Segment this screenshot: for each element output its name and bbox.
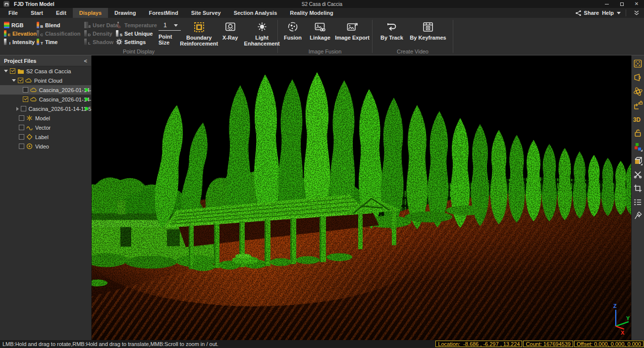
linkage-icon: [314, 21, 326, 34]
temperature-button[interactable]: Temperature: [116, 21, 159, 29]
shadow-icon: [84, 39, 91, 45]
tab-drawing[interactable]: Drawing: [108, 8, 142, 18]
checkbox-checked[interactable]: [18, 78, 23, 83]
tree-item-video[interactable]: Video: [0, 142, 91, 151]
bounding-box-button[interactable]: [633, 155, 644, 166]
bounding-box-icon: [633, 156, 643, 166]
checkbox-checked[interactable]: [10, 68, 15, 74]
light-enhancement-icon: [256, 21, 268, 34]
tree-item-model[interactable]: Model: [0, 113, 91, 123]
checkbox-unchecked[interactable]: [23, 87, 28, 93]
tab-edit[interactable]: Edit: [50, 8, 73, 18]
tab-site-survey[interactable]: Site Survey: [185, 8, 227, 18]
ribbon-toolbar: RGB Elevation Intensity Blend Classifica…: [0, 18, 644, 55]
layer-list-icon: [633, 198, 643, 207]
user-data-button[interactable]: User Data: [84, 21, 114, 29]
tree-item-vector[interactable]: Vector: [0, 123, 91, 132]
tree-item-scan-file-1[interactable]: Cascina_2026-01-14-1...: [0, 85, 91, 95]
help-dropdown-icon[interactable]: [617, 12, 621, 14]
tab-reality-modeling[interactable]: Reality Modeling: [283, 8, 339, 18]
unlock-button[interactable]: [633, 128, 644, 138]
axis-label-y: Y: [626, 315, 630, 321]
tab-file[interactable]: File: [2, 8, 24, 18]
ribbon-group-create-video: By Track By Keyframes Create Video: [373, 18, 453, 55]
set-unique-button[interactable]: Set Unique: [116, 29, 159, 38]
shadow-button[interactable]: Shadow: [84, 38, 114, 46]
orbit-button[interactable]: [633, 86, 644, 97]
axis-label-z: Z: [613, 303, 617, 309]
panel-title: Project Files: [4, 58, 36, 64]
temperature-icon: [116, 22, 122, 28]
tab-forestmind[interactable]: ForestMind: [142, 8, 184, 18]
expander-icon[interactable]: [16, 107, 19, 111]
viewport-3d[interactable]: Z Y X: [92, 55, 631, 340]
crop-button[interactable]: [633, 183, 644, 194]
user-data-icon: [84, 22, 91, 28]
set-unique-icon: [116, 30, 122, 37]
gear-icon: [116, 39, 122, 45]
view-mode-icon: [633, 73, 643, 82]
status-dot: [85, 88, 88, 92]
tree-item-label[interactable]: Label: [0, 132, 91, 142]
elevation-icon: [4, 30, 10, 37]
expander-icon[interactable]: [4, 70, 8, 72]
fit-view-button[interactable]: [633, 58, 644, 69]
tab-start[interactable]: Start: [24, 8, 50, 18]
pin-icon: [633, 211, 643, 221]
density-icon: [84, 30, 91, 37]
group-label-point-display: Point Display: [0, 49, 277, 54]
intensity-button[interactable]: Intensity: [4, 38, 35, 46]
density-button[interactable]: Density: [84, 29, 114, 38]
rgb-icon: [4, 22, 9, 28]
time-button[interactable]: Time: [37, 38, 82, 46]
point-cloud-icon: [30, 87, 38, 93]
checkbox-unchecked[interactable]: [19, 125, 24, 130]
checkbox-checked[interactable]: [23, 97, 28, 102]
view-toolbar: z 3D: [631, 55, 644, 340]
view-mode-button[interactable]: [633, 72, 644, 83]
maximize-button[interactable]: [614, 0, 629, 8]
classification-button[interactable]: Classification: [37, 29, 82, 38]
by-keyframes-icon: [422, 21, 434, 34]
tree-item-scan-file-3[interactable]: Cascina_2026-01-14-11-5...: [0, 104, 91, 113]
point-size-dropdown[interactable]: 1: [159, 22, 181, 31]
vector-icon: [26, 124, 34, 131]
model-icon: [26, 115, 34, 121]
blend-button[interactable]: Blend: [37, 21, 82, 29]
checkbox-unchecked[interactable]: [21, 106, 26, 111]
svg-text:3D: 3D: [633, 116, 641, 123]
checkbox-unchecked[interactable]: [19, 115, 24, 121]
panel-collapse-button[interactable]: <: [84, 58, 87, 64]
project-files-panel: Project Files < S2 Casa di Caccia Point …: [0, 55, 92, 340]
minimize-button[interactable]: [599, 0, 614, 8]
tab-displays[interactable]: Displays: [73, 8, 108, 18]
tab-section-analysis[interactable]: Section Analysis: [227, 8, 284, 18]
help-button[interactable]: Help: [602, 10, 614, 16]
close-button[interactable]: ✕: [629, 0, 644, 8]
viewport-3d-scene[interactable]: Z Y X: [92, 55, 631, 340]
tree-item-project-root[interactable]: S2 Casa di Caccia: [0, 66, 91, 76]
3d-mode-button[interactable]: 3D: [633, 114, 644, 124]
rgb-button[interactable]: RGB: [4, 21, 35, 29]
share-button[interactable]: Share: [575, 10, 599, 16]
point-cloud-icon: [30, 96, 38, 102]
expander-icon[interactable]: [12, 79, 16, 82]
color-palette-icon: [633, 142, 643, 152]
chevron-down-icon: [174, 24, 178, 27]
layer-list-button[interactable]: [633, 197, 644, 207]
tree-item-point-cloud[interactable]: Point Cloud: [0, 76, 91, 85]
elevation-button[interactable]: Elevation: [4, 29, 35, 38]
checkbox-unchecked[interactable]: [19, 134, 24, 140]
checkbox-unchecked[interactable]: [19, 144, 24, 149]
status-dot: [85, 107, 88, 110]
collapse-ribbon-button[interactable]: [631, 10, 642, 16]
pin-button[interactable]: [633, 211, 644, 221]
status-dot: [85, 98, 88, 101]
location-indicator: Location: -8.686 , -6.297 , 13.224: [435, 341, 522, 347]
tree-item-scan-file-2[interactable]: Cascina_2026-01-14-1...: [0, 95, 91, 104]
z-axis-lock-button[interactable]: z: [633, 100, 644, 110]
image-export-icon: [346, 21, 359, 34]
clip-button[interactable]: [633, 169, 644, 180]
settings-button[interactable]: Settings: [116, 38, 159, 46]
color-palette-button[interactable]: [633, 142, 644, 152]
